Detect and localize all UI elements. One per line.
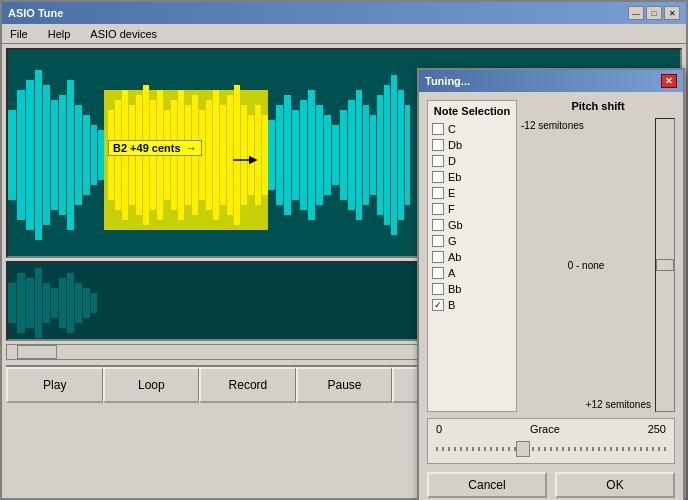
svg-rect-3 (35, 70, 42, 240)
note-label-c: C (448, 123, 456, 135)
svg-rect-27 (384, 85, 390, 225)
svg-rect-25 (370, 115, 376, 195)
note-checkbox-e[interactable] (432, 187, 444, 199)
grace-slider[interactable] (436, 439, 666, 459)
svg-rect-50 (234, 85, 240, 225)
pitch-labels: -12 semitones 0 - none +12 semitones (521, 118, 655, 412)
svg-rect-17 (308, 90, 315, 220)
svg-rect-30 (405, 105, 410, 205)
pitch-shift-header: Pitch shift (571, 100, 624, 112)
dialog-body: Note Selection C Db D (419, 92, 683, 500)
loop-button[interactable]: Loop (103, 367, 200, 403)
note-checkbox-db[interactable] (432, 139, 444, 151)
svg-rect-22 (348, 100, 355, 210)
pitch-shift-column: Pitch shift -12 semitones 0 - none +12 s… (521, 100, 675, 412)
note-checkbox-eb[interactable] (432, 171, 444, 183)
pitch-slider-thumb[interactable] (656, 259, 674, 271)
svg-rect-8 (75, 105, 82, 205)
grace-label: Grace (530, 423, 560, 435)
svg-rect-64 (75, 283, 82, 323)
svg-rect-18 (316, 105, 323, 205)
menu-asio-devices[interactable]: ASIO devices (86, 28, 161, 40)
note-checkbox-g[interactable] (432, 235, 444, 247)
grace-track (436, 447, 666, 451)
note-row-g: G (432, 235, 512, 247)
svg-rect-16 (300, 100, 307, 210)
note-row-db: Db (432, 139, 512, 151)
grace-max-label: 250 (648, 423, 666, 435)
note-row-bb: Bb (432, 283, 512, 295)
note-label-bb: Bb (448, 283, 461, 295)
note-row-eb: Eb (432, 171, 512, 183)
menu-file[interactable]: File (6, 28, 32, 40)
svg-rect-48 (220, 105, 226, 205)
svg-rect-29 (398, 90, 404, 220)
note-checkbox-ab[interactable] (432, 251, 444, 263)
ok-button[interactable]: OK (555, 472, 675, 498)
app-title: ASIO Tune (8, 7, 63, 19)
maximize-button[interactable]: □ (646, 6, 662, 20)
note-checkbox-c[interactable] (432, 123, 444, 135)
note-checkbox-gb[interactable] (432, 219, 444, 231)
note-row-b: B (432, 299, 512, 311)
svg-rect-19 (324, 115, 331, 195)
note-selection-header: Note Selection (432, 105, 512, 117)
svg-rect-23 (356, 90, 362, 220)
dialog-title-bar: Tuning... ✕ (419, 70, 683, 92)
svg-rect-53 (255, 105, 261, 205)
cancel-button[interactable]: Cancel (427, 472, 547, 498)
svg-rect-63 (67, 273, 74, 333)
svg-rect-28 (391, 75, 397, 235)
dialog-buttons: Cancel OK (427, 472, 675, 498)
note-label-ab: Ab (448, 251, 461, 263)
grace-row: 0 Grace 250 (436, 423, 666, 435)
dialog-columns: Note Selection C Db D (427, 100, 675, 412)
svg-rect-9 (83, 115, 90, 195)
note-label-gb: Gb (448, 219, 463, 231)
play-button[interactable]: Play (6, 367, 103, 403)
svg-rect-65 (83, 288, 90, 318)
svg-rect-58 (26, 278, 34, 328)
title-bar: ASIO Tune — □ ✕ (2, 2, 686, 24)
dialog-title: Tuning... (425, 75, 470, 87)
tuning-dialog: Tuning... ✕ Note Selection C (417, 68, 685, 500)
pitch-label: B2 +49 cents → (108, 140, 202, 156)
pitch-slider-track[interactable] (655, 118, 675, 412)
svg-rect-0 (8, 110, 16, 200)
svg-rect-13 (276, 105, 283, 205)
svg-rect-26 (377, 95, 383, 215)
note-checkbox-a[interactable] (432, 267, 444, 279)
scroll-thumb[interactable] (17, 345, 57, 359)
svg-rect-51 (241, 105, 247, 205)
svg-rect-15 (292, 110, 299, 200)
svg-rect-57 (17, 273, 25, 333)
note-checkbox-bb[interactable] (432, 283, 444, 295)
menu-help[interactable]: Help (44, 28, 75, 40)
note-checkbox-d[interactable] (432, 155, 444, 167)
svg-rect-12 (268, 120, 275, 190)
close-button[interactable]: ✕ (664, 6, 680, 20)
note-selection-column: Note Selection C Db D (427, 100, 517, 412)
note-checkbox-b[interactable] (432, 299, 444, 311)
minimize-button[interactable]: — (628, 6, 644, 20)
note-row-ab: Ab (432, 251, 512, 263)
dialog-close-button[interactable]: ✕ (661, 74, 677, 88)
note-row-f: F (432, 203, 512, 215)
record-button[interactable]: Record (199, 367, 296, 403)
svg-rect-66 (91, 293, 97, 313)
main-window: ASIO Tune — □ ✕ File Help ASIO devices (0, 0, 688, 500)
pause-button[interactable]: Pause (296, 367, 393, 403)
svg-rect-52 (248, 115, 254, 195)
pitch-label-bot: +12 semitones (586, 399, 651, 412)
svg-rect-4 (43, 85, 50, 225)
pitch-arrow: → (186, 142, 197, 154)
svg-rect-10 (91, 125, 97, 185)
note-label-a: A (448, 267, 455, 279)
menu-bar: File Help ASIO devices (2, 24, 686, 44)
note-checkbox-f[interactable] (432, 203, 444, 215)
grace-min-label: 0 (436, 423, 442, 435)
grace-thumb[interactable] (516, 441, 530, 457)
note-row-a: A (432, 267, 512, 279)
note-label-db: Db (448, 139, 462, 151)
note-label-eb: Eb (448, 171, 461, 183)
